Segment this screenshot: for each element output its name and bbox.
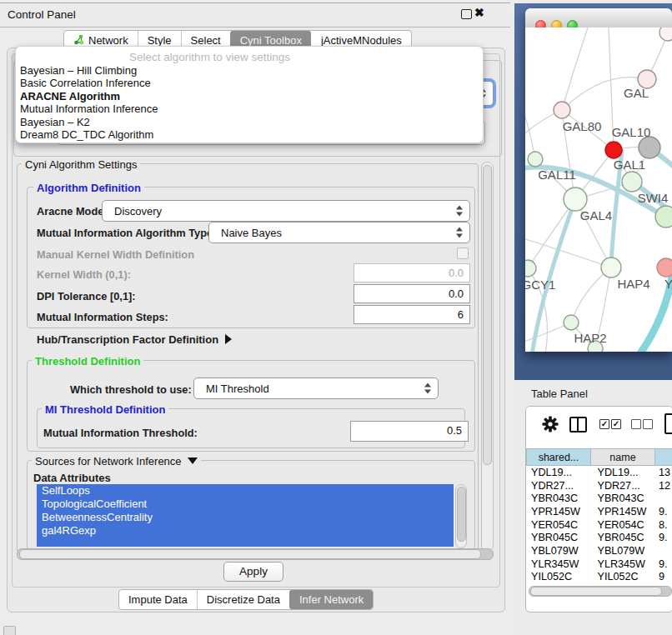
expanded-arrow-icon (188, 458, 198, 464)
network-node-gal4[interactable] (564, 188, 587, 211)
mi-threshold-group-title: MI Threshold Definition (42, 403, 168, 416)
network-node-hap4[interactable] (601, 258, 621, 278)
kernel-width-field[interactable]: 0.0 (354, 263, 470, 282)
deselect-all-icon[interactable] (631, 419, 641, 429)
settings-hscrollbar-thumb[interactable] (19, 549, 481, 559)
mi-threshold-field[interactable]: 0.5 (350, 421, 469, 442)
table-hscrollbar-thumb[interactable] (530, 587, 662, 596)
mi-steps-field[interactable]: 6 (354, 305, 470, 324)
network-node-gal10[interactable] (639, 137, 660, 158)
network-window-titlebar[interactable] (525, 8, 672, 28)
algorithm-option[interactable]: ARACNE Algorithm (20, 90, 479, 102)
table-row[interactable]: YLR345WYLR345W9. (528, 558, 672, 571)
dpi-tolerance-field[interactable]: 0.0 (354, 284, 470, 303)
table-row[interactable]: YDL19...YDL19...13 (528, 466, 672, 479)
algorithm-option[interactable]: Bayesian – Hill Climbing (20, 64, 479, 77)
hub-definition-toggle[interactable]: Hub/Transcription Factor Definition (37, 333, 232, 346)
settings-scrollbar[interactable] (481, 162, 494, 552)
data-attributes-label: Data Attributes (33, 472, 111, 484)
dropdown-placeholder: Select algorithm to view settings (16, 51, 404, 63)
network-view-window[interactable]: GALGAL80GAL10GAL11GAL1SWI4GAL4GCY1HAP4YH… (525, 8, 672, 352)
dpi-tolerance-label: DPI Tolerance [0,1]: (37, 290, 136, 302)
data-attribute-item[interactable]: TopologicalCoefficient (37, 498, 454, 511)
table-cell: YBR043C (591, 492, 658, 504)
table-cell: YDL19... (528, 467, 591, 478)
collapsed-panel-chip[interactable] (3, 626, 16, 635)
tab-infer-network[interactable]: Infer Network (289, 590, 373, 609)
column-header[interactable]: name (590, 448, 654, 466)
data-attribute-item[interactable]: BetweennessCentrality (37, 511, 454, 524)
table-cell: YBR045C (591, 532, 658, 543)
tab-label: Style (148, 34, 172, 47)
control-panel-title: Control Panel (8, 8, 76, 21)
algorithm-option[interactable]: Dream8 DC_TDC Algorithm (20, 128, 479, 141)
table-cell: YBL079W (591, 545, 658, 557)
network-node[interactable] (659, 28, 672, 41)
tab-impute-data[interactable]: Impute Data (119, 590, 197, 609)
table-cell: 13 (657, 467, 672, 478)
settings-hscrollbar[interactable] (17, 548, 494, 560)
network-node-y[interactable] (657, 258, 672, 277)
network-node-hap2[interactable] (564, 315, 579, 330)
apply-button[interactable]: Apply (223, 562, 283, 582)
table-header-row: shared...name (526, 448, 672, 466)
select-all-check-icon[interactable]: ✓ (611, 419, 621, 429)
float-window-icon[interactable] (461, 9, 472, 19)
table-row[interactable]: YIL052CYIL052C9 (528, 571, 672, 583)
settings-scrollbar-thumb[interactable] (483, 165, 492, 465)
table-cell: 12 (657, 480, 672, 492)
table-hscrollbar[interactable] (529, 586, 672, 597)
data-attribute-item[interactable]: SelfLoops (37, 484, 454, 498)
network-canvas[interactable]: GALGAL80GAL10GAL11GAL1SWI4GAL4GCY1HAP4YH… (525, 28, 672, 352)
tab-discretize-data[interactable]: Discretize Data (197, 590, 289, 609)
which-threshold-combobox[interactable]: MI Threshold (193, 378, 439, 399)
table-row[interactable]: YBR045CYBR045C9. (528, 531, 672, 544)
algorithm-definition-title: Algorithm Definition (33, 182, 144, 194)
attributes-scrollbar[interactable] (455, 484, 467, 548)
select-all-check-icon[interactable]: ✓ (599, 419, 609, 429)
tab-label: Discretize Data (207, 593, 280, 606)
table-row[interactable]: YPR145WYPR145W9. (528, 505, 672, 518)
column-visibility-icon[interactable] (569, 417, 587, 432)
algorithm-option[interactable]: Basic Correlation Inference (20, 77, 479, 89)
network-node-gal1[interactable] (622, 172, 642, 192)
mi-threshold-label: Mutual Information Threshold: (43, 427, 198, 439)
manual-kernel-checkbox[interactable] (457, 248, 469, 259)
table-row[interactable]: YDR27...YDR27...12 (528, 479, 672, 492)
mi-steps-label: Mutual Information Steps: (37, 311, 168, 323)
aracne-mode-value: Discovery (114, 205, 162, 218)
table-row[interactable]: YBL079WYBL079W (528, 544, 672, 558)
close-icon[interactable]: ✖ (474, 6, 484, 19)
mi-type-combobox[interactable]: Naive Bayes (208, 222, 470, 243)
algorithm-option[interactable]: Bayesian – K2 (20, 116, 479, 128)
network-node-swi4[interactable] (655, 206, 672, 228)
network-node-gcy1[interactable] (525, 260, 536, 277)
gear-icon[interactable] (541, 415, 559, 433)
column-header[interactable] (654, 448, 672, 466)
tab-label: Impute Data (128, 593, 188, 606)
kernel-width-label: Kernel Width (0,1): (37, 268, 131, 281)
algorithm-option[interactable]: Mutual Information Inference (20, 102, 479, 115)
sources-title[interactable]: Sources for Network Inference (32, 455, 201, 468)
attributes-scrollbar-thumb[interactable] (457, 487, 466, 542)
network-nodes[interactable] (525, 28, 672, 352)
network-node-gal11[interactable] (528, 152, 543, 167)
export-table-icon[interactable] (664, 413, 672, 434)
node-label: GCY1 (525, 278, 555, 292)
node-label: GAL10 (612, 125, 651, 139)
table-cell: YLR345W (528, 558, 591, 570)
combo-stepper-icon (456, 206, 464, 217)
data-attributes-list[interactable]: SelfLoopsTopologicalCoefficientBetweenne… (37, 484, 454, 547)
deselect-all-icon[interactable] (643, 419, 653, 429)
table-row[interactable]: YBR043CYBR043C (528, 492, 672, 505)
column-header[interactable]: shared... (526, 448, 590, 466)
node-label: HAP4 (617, 277, 649, 291)
cyni-settings-title: Cyni Algorithm Settings (22, 158, 140, 171)
network-node-gal80[interactable] (554, 102, 570, 118)
table-row[interactable]: YER054CYER054C8. (528, 518, 672, 532)
aracne-mode-combobox[interactable]: Discovery (102, 200, 470, 222)
network-node[interactable] (605, 142, 622, 158)
data-attribute-item[interactable]: gal4RGexp (37, 524, 454, 538)
table-cell: YIL052C (528, 571, 591, 582)
network-graph: GALGAL80GAL10GAL11GAL1SWI4GAL4GCY1HAP4YH… (525, 28, 672, 352)
